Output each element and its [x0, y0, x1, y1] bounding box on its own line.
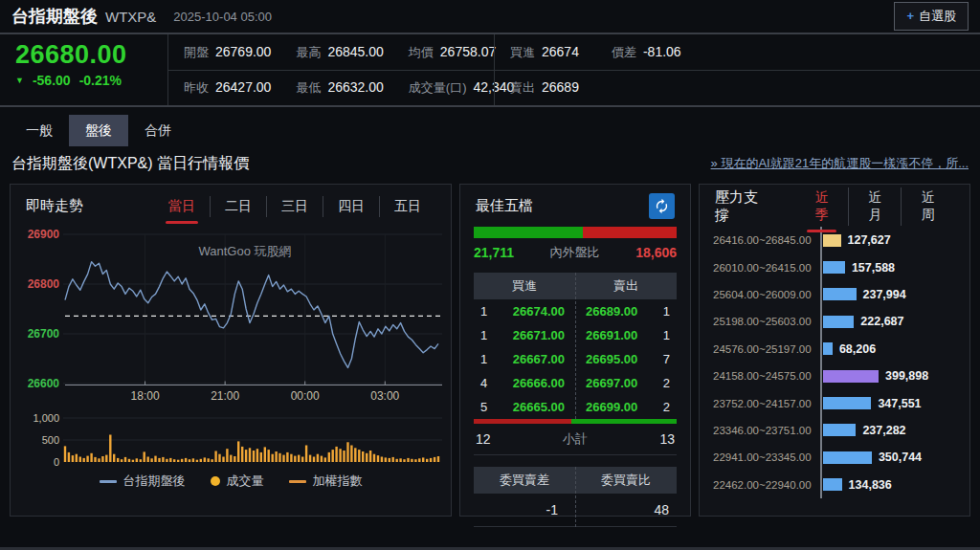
buy-qty: 1	[474, 352, 502, 366]
quote-stat-value: -81.06	[643, 44, 681, 59]
price-range-label: 24158.00~24575.00	[713, 370, 820, 382]
inner-volume: 21,711	[474, 245, 514, 260]
nav-tab-盤後[interactable]: 盤後	[69, 115, 128, 146]
pressure-tab-近季[interactable]: 近季	[795, 187, 848, 226]
sell-price: 26697.00	[575, 376, 648, 390]
depth-table-divider	[575, 273, 576, 419]
pressure-row: 22462.00~22940.00134,836	[713, 472, 958, 498]
quote-stat-value: 26769.00	[215, 44, 271, 59]
quote-row-side: 賣出26689	[494, 71, 980, 106]
instrument-title: 台指期盤後	[11, 5, 98, 28]
quote-stat-label: 成交量(口)	[409, 80, 467, 95]
quote-row-side: 買進26674價差-81.06	[494, 34, 980, 70]
buy-qty: 4	[474, 376, 502, 390]
price-range-label: 23346.00~23751.00	[713, 425, 820, 436]
trend-panel: 即時走勢 當日二日三日四日五日 26600267002680026900Want…	[10, 184, 452, 517]
subtotal-row: 12 小計 13	[474, 424, 677, 455]
order-stats: 委買賣差 委買賣比 -1 48	[474, 467, 677, 527]
svg-text:26900: 26900	[28, 228, 60, 241]
buy-qty: 1	[474, 328, 502, 342]
svg-text:03:00: 03:00	[370, 389, 399, 403]
pressure-bar-cell: 134,836	[820, 472, 958, 498]
pressure-panel: 壓力支撐 近季近月近周 26416.00~26845.00127,6272601…	[699, 184, 970, 517]
pressure-tab-近月[interactable]: 近月	[848, 187, 902, 226]
refresh-icon	[654, 198, 670, 214]
legend-item: 加權指數	[289, 473, 363, 490]
quote-stat: 價差-81.06	[612, 43, 681, 61]
bid-ask-diff-value: -1	[474, 494, 575, 526]
watchlist-label: 自選股	[919, 9, 956, 23]
pressure-row: 24158.00~24575.00399,898	[713, 363, 958, 389]
ratio-buy-segment	[474, 227, 583, 238]
pressure-row: 25604.00~26009.00237,994	[713, 281, 958, 308]
quote-stat-value: 26674	[542, 44, 579, 59]
sell-qty: 7	[648, 352, 677, 366]
svg-text:26600: 26600	[28, 377, 60, 390]
subtotal-sell-segment	[571, 419, 677, 424]
plus-icon: +	[906, 9, 914, 23]
nav-tab-合併[interactable]: 合併	[128, 115, 188, 146]
pressure-period-tabs: 近季近月近周	[795, 187, 954, 226]
buy-price: 26671.00	[502, 328, 575, 342]
trend-tab-二日[interactable]: 二日	[210, 196, 266, 217]
quote-stat: 均價26758.07	[409, 43, 496, 61]
depth-table: 買進 賣出 126674.0026689.001126671.0026691.0…	[474, 273, 677, 419]
news-link[interactable]: » 現在的AI就跟21年的航運股一樣漲不停，所...	[711, 155, 969, 172]
price-range-label: 23752.00~24157.00	[713, 398, 820, 409]
sell-price: 26689.00	[575, 304, 648, 319]
pressure-bar	[823, 451, 872, 464]
svg-text:1,000: 1,000	[33, 412, 59, 424]
quote-stat-value: 26758.07	[440, 44, 496, 59]
pressure-bar-cell: 68,206	[820, 336, 958, 363]
chart-legend: 台指期盤後成交量加權指數	[11, 468, 451, 495]
quote-stat: 賣出26689	[510, 78, 579, 97]
subtotal-buy-segment	[474, 419, 571, 424]
trend-tab-五日[interactable]: 五日	[379, 196, 435, 217]
section-header: 台指期盤後(WTXP&) 當日行情報價 » 現在的AI就跟21年的航運股一樣漲不…	[0, 146, 980, 181]
pressure-row: 25198.00~25603.00222,687	[713, 308, 958, 335]
quote-row-main: 開盤26769.00最高26845.00均價26758.07	[168, 43, 494, 61]
quote-stats: 開盤26769.00最高26845.00均價26758.07買進26674價差-…	[167, 34, 980, 105]
pressure-row: 24576.00~25197.0068,206	[713, 336, 958, 363]
svg-text:500: 500	[42, 434, 59, 446]
pressure-panel-header: 壓力支撐 近季近月近周	[700, 185, 969, 221]
pressure-value: 237,994	[863, 288, 906, 301]
pressure-value: 134,836	[849, 478, 892, 492]
quote-stat: 最低26632.00	[296, 78, 383, 97]
quote-stat-label: 價差	[612, 45, 636, 59]
order-stats-divider	[575, 467, 576, 527]
pressure-row: 23752.00~24157.00347,551	[713, 389, 958, 416]
refresh-button[interactable]	[649, 193, 675, 219]
trend-panel-header: 即時走勢 當日二日三日四日五日	[11, 185, 451, 221]
app-root: 台指期盤後 WTXP& 2025-10-04 05:00 +自選股 26680.…	[0, 0, 980, 550]
trend-panel-title: 即時走勢	[26, 197, 83, 215]
pressure-value: 399,898	[885, 369, 928, 383]
pressure-tab-近周[interactable]: 近周	[901, 187, 954, 226]
pressure-bar-cell: 157,588	[820, 253, 958, 280]
topbar: 台指期盤後 WTXP& 2025-10-04 05:00 +自選股	[0, 0, 980, 34]
add-watchlist-button[interactable]: +自選股	[894, 2, 969, 31]
price-line-chart: 26600267002680026900WantGoo 玩股網18:0021:0…	[17, 227, 444, 407]
price-range-label: 25198.00~25603.00	[713, 316, 820, 327]
trend-tab-四日[interactable]: 四日	[323, 196, 379, 217]
price-range-label: 25604.00~26009.00	[713, 289, 820, 300]
buy-price: 26665.00	[502, 400, 575, 414]
svg-text:26800: 26800	[28, 277, 60, 291]
sell-qty: 1	[648, 304, 677, 319]
depth-panel: 最佳五檔 21,711 內外盤比 18,606 買進 賣出 126674.002…	[459, 184, 691, 517]
pressure-bar-cell: 222,687	[820, 308, 958, 335]
sell-qty: 2	[648, 376, 677, 390]
price-range-label: 26416.00~26845.00	[713, 234, 820, 246]
pressure-value: 347,551	[878, 397, 921, 410]
trend-tab-當日[interactable]: 當日	[154, 196, 210, 217]
trend-tab-三日[interactable]: 三日	[266, 196, 323, 217]
quote-row: 昨收26427.00最低26632.00成交量(口)42,340賣出26689	[168, 70, 980, 106]
section-title: 台指期盤後(WTXP&) 當日行情報價	[11, 154, 249, 174]
price-range-label: 22941.00~23345.00	[713, 451, 820, 463]
buy-price: 26667.00	[502, 352, 575, 366]
pressure-row: 23346.00~23751.00237,282	[713, 417, 958, 444]
nav-tab-一般[interactable]: 一般	[10, 115, 69, 146]
sell-qty: 1	[648, 328, 677, 342]
pressure-bar	[823, 261, 845, 274]
buy-column-header: 買進	[474, 273, 575, 299]
